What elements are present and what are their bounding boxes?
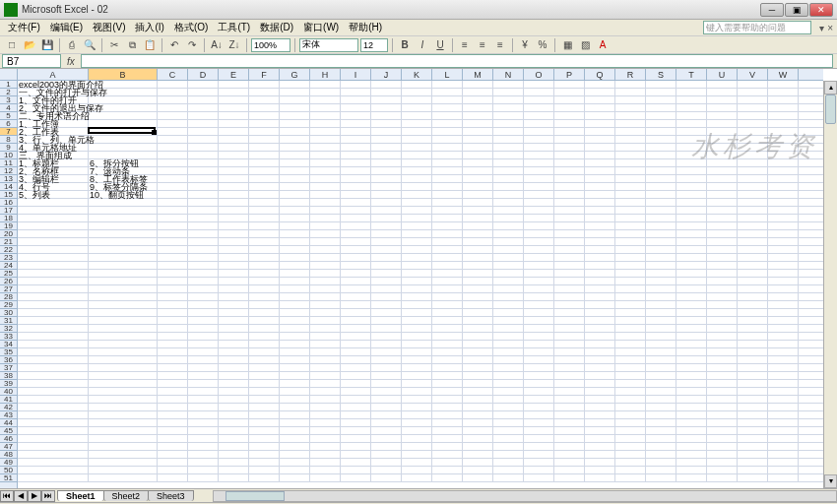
column-header[interactable]: N	[493, 69, 524, 80]
cell[interactable]	[524, 112, 554, 119]
cell[interactable]	[310, 112, 341, 119]
cell[interactable]	[341, 215, 371, 221]
cell[interactable]	[615, 207, 646, 214]
cell[interactable]	[676, 183, 707, 190]
cell[interactable]	[524, 215, 554, 221]
cell[interactable]	[371, 451, 402, 458]
cell[interactable]	[249, 215, 280, 221]
cell[interactable]	[615, 356, 646, 363]
cell[interactable]	[158, 215, 188, 221]
menu-dropdown-icon[interactable]: ▾ ×	[819, 23, 833, 33]
vertical-scrollbar[interactable]: ▴ ▾	[823, 81, 837, 488]
cell[interactable]	[676, 364, 707, 371]
cell[interactable]	[707, 388, 738, 395]
cell[interactable]	[615, 191, 646, 198]
cell[interactable]	[646, 348, 676, 355]
cell[interactable]	[585, 167, 615, 174]
cell[interactable]	[493, 175, 524, 182]
cell[interactable]	[554, 419, 585, 426]
cell[interactable]	[707, 183, 738, 190]
cell[interactable]	[188, 404, 219, 410]
cell[interactable]	[524, 411, 554, 418]
cell[interactable]	[371, 81, 402, 88]
cell[interactable]	[402, 467, 432, 473]
cell[interactable]	[371, 467, 402, 473]
cell[interactable]	[371, 443, 402, 450]
cell[interactable]	[432, 136, 463, 143]
cell[interactable]	[676, 451, 707, 458]
cell[interactable]	[188, 136, 219, 143]
cell[interactable]	[493, 459, 524, 466]
cell[interactable]	[89, 262, 158, 269]
cell[interactable]	[402, 262, 432, 269]
cell[interactable]	[280, 159, 310, 166]
cell[interactable]	[89, 411, 158, 418]
cell[interactable]	[585, 474, 615, 481]
cell[interactable]	[493, 159, 524, 166]
cell[interactable]	[249, 388, 280, 395]
cell[interactable]	[676, 474, 707, 481]
cell[interactable]	[493, 388, 524, 395]
cell[interactable]	[493, 144, 524, 151]
cell[interactable]	[341, 89, 371, 95]
cell[interactable]	[768, 388, 799, 395]
cell[interactable]	[18, 388, 89, 395]
menu-item[interactable]: 窗口(W)	[299, 21, 343, 34]
cell[interactable]	[615, 435, 646, 442]
cell[interactable]	[768, 301, 799, 308]
cell[interactable]	[554, 411, 585, 418]
cell[interactable]	[432, 435, 463, 442]
cell[interactable]	[341, 474, 371, 481]
cell[interactable]	[493, 270, 524, 277]
column-header[interactable]: I	[341, 69, 371, 80]
cell[interactable]	[585, 372, 615, 379]
cell[interactable]	[524, 183, 554, 190]
cell[interactable]	[89, 104, 158, 111]
cell[interactable]	[219, 167, 249, 174]
cell[interactable]	[615, 278, 646, 284]
cell[interactable]	[707, 270, 738, 277]
cell[interactable]	[738, 246, 768, 253]
cell[interactable]	[676, 467, 707, 473]
cell[interactable]	[249, 467, 280, 473]
cell[interactable]	[402, 285, 432, 292]
cell[interactable]	[768, 230, 799, 237]
cell[interactable]	[371, 301, 402, 308]
cell[interactable]	[280, 104, 310, 111]
cell[interactable]	[768, 191, 799, 198]
cell[interactable]	[18, 246, 89, 253]
cell[interactable]	[646, 175, 676, 182]
cell[interactable]	[676, 301, 707, 308]
cell[interactable]	[249, 183, 280, 190]
cell[interactable]	[371, 167, 402, 174]
cell[interactable]	[432, 396, 463, 403]
cell[interactable]	[371, 199, 402, 206]
cell[interactable]	[280, 246, 310, 253]
cell[interactable]	[463, 191, 493, 198]
cell[interactable]	[615, 262, 646, 269]
cell[interactable]	[707, 207, 738, 214]
cell[interactable]	[524, 317, 554, 324]
cell[interactable]	[402, 278, 432, 284]
cell[interactable]	[341, 411, 371, 418]
align-center-icon[interactable]: ≡	[475, 37, 490, 53]
cell[interactable]	[493, 215, 524, 221]
cell[interactable]	[188, 81, 219, 88]
cell[interactable]	[615, 128, 646, 135]
column-header[interactable]: B	[89, 69, 158, 80]
cell[interactable]	[493, 404, 524, 410]
cell[interactable]	[646, 285, 676, 292]
cell[interactable]	[738, 364, 768, 371]
cell[interactable]	[310, 199, 341, 206]
cell[interactable]	[738, 104, 768, 111]
cell[interactable]	[219, 411, 249, 418]
cell[interactable]	[249, 356, 280, 363]
cell[interactable]	[524, 325, 554, 332]
cell[interactable]	[493, 333, 524, 340]
cell[interactable]	[402, 112, 432, 119]
cell[interactable]	[158, 419, 188, 426]
cell[interactable]	[341, 435, 371, 442]
cell[interactable]	[676, 238, 707, 245]
cell[interactable]	[524, 222, 554, 229]
cell[interactable]	[89, 380, 158, 387]
